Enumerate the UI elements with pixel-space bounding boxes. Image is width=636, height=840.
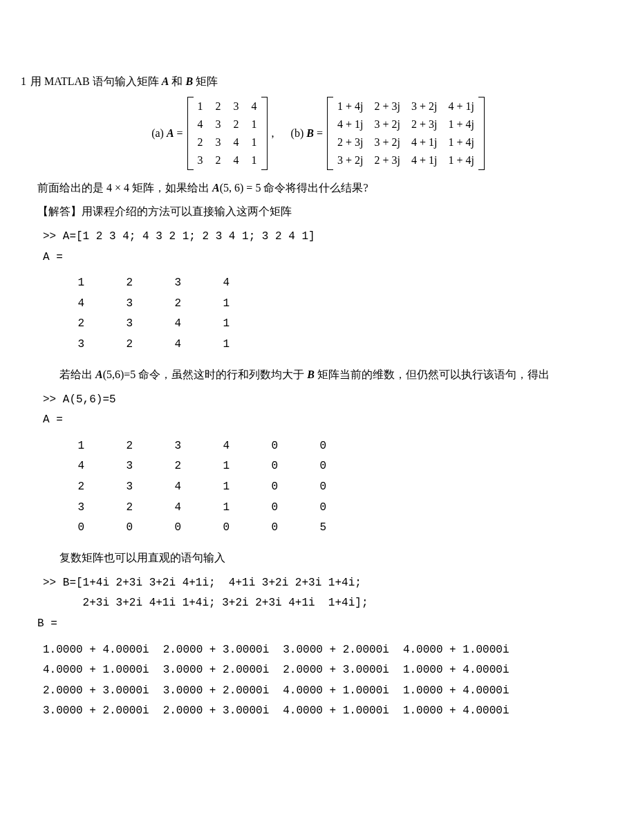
matrix-cell: 1	[252, 116, 257, 133]
output-cell: 3.0000 + 2.0000i	[163, 681, 270, 702]
output-cell: 0	[285, 436, 333, 457]
output-cell: 0	[236, 518, 285, 539]
text: (b)	[291, 127, 307, 139]
problem-number: 1	[21, 73, 26, 90]
matrix-cell: 2	[234, 116, 239, 133]
matrix-cell: 2	[216, 98, 221, 115]
matrix-B-grid: 1 + 4j2 + 3j3 + 2j4 + 1j4 + 1j3 + 2j2 + …	[333, 97, 478, 170]
text: (5,6)=5	[103, 368, 136, 380]
matrix-output-3: 1.0000 + 4.0000i2.0000 + 3.0000i3.0000 +…	[43, 640, 615, 722]
output-cell: 1	[188, 477, 236, 498]
text: 命令将得出什么结果?	[261, 182, 368, 194]
matrix-cell: 4	[252, 98, 257, 115]
output-cell: 1	[43, 273, 91, 294]
code-block-3: >> B=[1+4i 2+3i 3+2i 4+1i; 4+1i 3+2i 2+3…	[43, 573, 615, 635]
output-cell: 3	[91, 314, 140, 335]
output-row: 4.0000 + 1.0000i3.0000 + 2.0000i2.0000 +…	[43, 660, 615, 681]
matrix-cell: 3	[216, 134, 221, 151]
text: =	[174, 127, 183, 139]
text: 和	[169, 75, 185, 87]
answer-para: 【解答】用课程介绍的方法可以直接输入这两个矩阵	[37, 203, 615, 220]
output-cell: 4.0000 + 1.0000i	[403, 640, 509, 661]
matrix-cell: 4 + 1j	[448, 98, 474, 115]
matrix-cell: 3 + 2j	[411, 98, 437, 115]
var-B: B	[306, 127, 314, 139]
output-row: 324100	[43, 498, 615, 519]
output-cell: 4	[188, 436, 236, 457]
output-cell: 3	[91, 456, 140, 477]
output-cell: 1.0000 + 4.0000i	[403, 701, 509, 722]
output-cell: 0	[91, 518, 140, 539]
bracket-right-icon	[478, 97, 485, 170]
output-cell: 1.0000 + 4.0000i	[403, 660, 509, 681]
output-cell: 4.0000 + 1.0000i	[283, 701, 389, 722]
code-line: A =	[43, 251, 63, 263]
matrix-cell: 4	[198, 116, 203, 133]
question-para: 前面给出的是 4 × 4 矩阵，如果给出 A(5, 6) = 5 命令将得出什么…	[37, 180, 615, 196]
output-cell: 2.0000 + 3.0000i	[43, 681, 149, 702]
output-cell: 2.0000 + 3.0000i	[163, 701, 270, 722]
matrix-cell: 1 + 4j	[448, 116, 474, 133]
output-cell: 0	[188, 518, 236, 539]
output-cell: 2	[140, 456, 188, 477]
output-cell: 0	[43, 518, 91, 539]
output-row: 4321	[43, 294, 615, 315]
output-cell: 3.0000 + 2.0000i	[43, 701, 149, 722]
matrix-cell: 1	[252, 152, 257, 169]
bracket-right-icon	[261, 97, 268, 170]
output-row: 1.0000 + 4.0000i2.0000 + 3.0000i3.0000 +…	[43, 640, 615, 661]
matrix-cell: 4 + 1j	[411, 134, 437, 151]
output-cell: 1	[188, 498, 236, 519]
bracket-left-icon	[187, 97, 194, 170]
code-block-1: >> A=[1 2 3 4; 4 3 2 1; 2 3 4 1; 3 2 4 1…	[43, 227, 615, 268]
matrix-output-2: 123400432100234100324100000005	[43, 436, 615, 539]
text: 前面给出的是 4 × 4 矩阵，如果给出	[37, 182, 212, 194]
output-cell: 2	[91, 436, 140, 457]
output-cell: 2	[91, 335, 140, 355]
output-cell: 1	[188, 456, 236, 477]
output-cell: 1	[43, 436, 91, 457]
output-cell: 5	[285, 518, 333, 539]
matrix-cell: 2 + 3j	[411, 116, 437, 133]
output-row: 234100	[43, 477, 615, 498]
output-cell: 4	[43, 456, 91, 477]
text: (a)	[151, 127, 167, 139]
output-cell: 2	[43, 314, 91, 335]
var-A: A	[162, 75, 169, 87]
var-A: A	[167, 127, 174, 139]
matrix-cell: 2 + 3j	[374, 98, 400, 115]
output-cell: 4.0000 + 1.0000i	[283, 681, 389, 702]
matrix-cell: 4 + 1j	[337, 116, 363, 133]
output-cell: 3	[140, 273, 188, 294]
output-cell: 4	[140, 314, 188, 335]
output-cell: 0	[236, 436, 285, 457]
bracket-left-icon	[327, 97, 333, 170]
output-cell: 0	[285, 477, 333, 498]
output-cell: 3	[140, 436, 188, 457]
output-row: 432100	[43, 456, 615, 477]
var-A: A	[95, 368, 103, 380]
matrix-cell: 1 + 4j	[337, 98, 363, 115]
output-cell: 3	[91, 477, 140, 498]
matrix-cell: 4	[234, 152, 239, 169]
output-row: 123400	[43, 436, 615, 457]
var-B: B	[185, 75, 193, 87]
output-cell: 3	[43, 498, 91, 519]
problem-text: 用 MATLAB 语句输入矩阵 A 和 B 矩阵	[30, 73, 218, 90]
matrix-cell: 2 + 3j	[337, 134, 363, 151]
comma: ,	[272, 125, 274, 142]
text: 用 MATLAB 语句输入矩阵	[30, 75, 162, 87]
matrix-output-1: 1234432123413241	[43, 273, 615, 355]
output-cell: 2.0000 + 3.0000i	[283, 660, 389, 681]
matrix-cell: 3 + 2j	[374, 134, 400, 151]
code-line: 2+3i 3+2i 4+1i 1+4i; 3+2i 2+3i 4+1i 1+4i…	[43, 597, 368, 609]
matrix-cell: 3	[234, 98, 239, 115]
output-cell: 3.0000 + 2.0000i	[283, 640, 389, 661]
matrix-A-grid: 1234432123413241	[194, 97, 261, 170]
matrix-cell: 1 + 4j	[448, 134, 474, 151]
text: (5, 6) = 5	[220, 182, 261, 194]
matrix-cell: 2	[198, 134, 203, 151]
label-b: (b) B =	[291, 125, 323, 142]
text: 矩阵	[193, 75, 218, 87]
output-cell: 1	[188, 335, 236, 355]
